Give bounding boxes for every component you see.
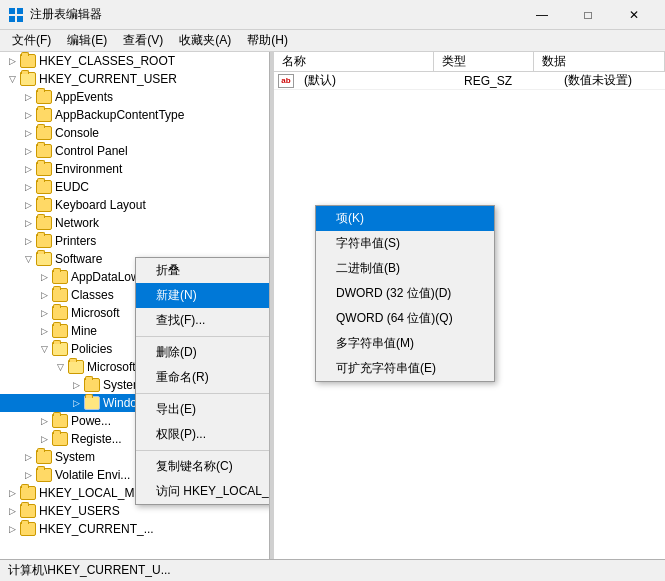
- tree-label-environment: Environment: [55, 162, 269, 176]
- expand-icon-syscerts[interactable]: ▷: [68, 377, 84, 393]
- expand-icon-appbackup[interactable]: ▷: [20, 107, 36, 123]
- title-bar: 注册表编辑器 — □ ✕: [0, 0, 665, 30]
- tree-item-environment[interactable]: ▷ Environment: [0, 160, 269, 178]
- ctx-item-new[interactable]: 新建(N) ▶: [136, 283, 270, 308]
- tree-label-appevents: AppEvents: [55, 90, 269, 104]
- menu-view[interactable]: 查看(V): [115, 30, 171, 51]
- tree-label-hkcu: HKEY_CURRENT_USER: [39, 72, 269, 86]
- tree-label-controlpanel: Control Panel: [55, 144, 269, 158]
- ctx-item-rename[interactable]: 重命名(R): [136, 365, 270, 390]
- ctx-item-export[interactable]: 导出(E): [136, 397, 270, 422]
- folder-icon-volatile: [36, 468, 52, 482]
- ctx-label-new: 新建(N): [156, 287, 197, 304]
- tree-label-hkcc: HKEY_CURRENT_...: [39, 522, 269, 536]
- expand-icon-software[interactable]: ▽: [20, 251, 36, 267]
- expand-icon-console[interactable]: ▷: [20, 125, 36, 141]
- table-row[interactable]: ab (默认) REG_SZ (数值未设置): [274, 72, 665, 90]
- expand-icon-mine[interactable]: ▷: [36, 323, 52, 339]
- tree-item-appbackup[interactable]: ▷ AppBackupContentType: [0, 106, 269, 124]
- folder-icon-hklm: [20, 486, 36, 500]
- folder-icon-appdatalow: [52, 270, 68, 284]
- ctx-item-find[interactable]: 查找(F)...: [136, 308, 270, 333]
- expand-icon-keyboard[interactable]: ▷: [20, 197, 36, 213]
- menu-file[interactable]: 文件(F): [4, 30, 59, 51]
- ctx-item-delete[interactable]: 删除(D): [136, 340, 270, 365]
- tree-item-appevents[interactable]: ▷ AppEvents: [0, 88, 269, 106]
- expand-icon-hkcc[interactable]: ▷: [4, 521, 20, 537]
- menu-favorites[interactable]: 收藏夹(A): [171, 30, 239, 51]
- expand-icon-appdatalow[interactable]: ▷: [36, 269, 52, 285]
- expand-icon-appevents[interactable]: ▷: [20, 89, 36, 105]
- reg-cell-data: (数值未设置): [556, 72, 665, 89]
- expand-icon-windows[interactable]: ▷: [68, 395, 84, 411]
- folder-icon-keyboard: [36, 198, 52, 212]
- expand-icon-volatile[interactable]: ▷: [20, 467, 36, 483]
- tree-item-controlpanel[interactable]: ▷ Control Panel: [0, 142, 269, 160]
- ctx-item-collapse[interactable]: 折叠: [136, 258, 270, 283]
- tree-item-eudc[interactable]: ▷ EUDC: [0, 178, 269, 196]
- folder-icon-power: [52, 414, 68, 428]
- tree-label-appbackup: AppBackupContentType: [55, 108, 269, 122]
- tree-item-network[interactable]: ▷ Network: [0, 214, 269, 232]
- submenu-item-binval[interactable]: 二进制值(B): [316, 256, 494, 281]
- folder-icon-software: [36, 252, 52, 266]
- expand-icon-power[interactable]: ▷: [36, 413, 52, 429]
- submenu-item-qword[interactable]: QWORD (64 位值)(Q): [316, 306, 494, 331]
- submenu-item-dword[interactable]: DWORD (32 位值)(D): [316, 281, 494, 306]
- expand-icon-eudc[interactable]: ▷: [20, 179, 36, 195]
- expand-icon-policies[interactable]: ▽: [36, 341, 52, 357]
- ctx-item-jump[interactable]: 访问 HKEY_LOCAL_MACHINE(T): [136, 479, 270, 504]
- expand-icon-network[interactable]: ▷: [20, 215, 36, 231]
- svg-rect-0: [9, 8, 15, 14]
- ctx-item-copyname[interactable]: 复制键名称(C): [136, 454, 270, 479]
- ctx-item-perms[interactable]: 权限(P)...: [136, 422, 270, 447]
- col-header-data: 数据: [534, 52, 665, 71]
- tree-item-console[interactable]: ▷ Console: [0, 124, 269, 142]
- minimize-button[interactable]: —: [519, 0, 565, 30]
- menu-help[interactable]: 帮助(H): [239, 30, 296, 51]
- folder-icon-console: [36, 126, 52, 140]
- tree-label-printers: Printers: [55, 234, 269, 248]
- folder-icon-hkcu: [20, 72, 36, 86]
- close-button[interactable]: ✕: [611, 0, 657, 30]
- expand-icon-system[interactable]: ▷: [20, 449, 36, 465]
- menu-edit[interactable]: 编辑(E): [59, 30, 115, 51]
- folder-icon-microsoft-sw: [52, 306, 68, 320]
- expand-icon-hku[interactable]: ▷: [4, 503, 20, 519]
- tree-item-hkcu[interactable]: ▽ HKEY_CURRENT_USER: [0, 70, 269, 88]
- reg-cell-name: (默认): [296, 72, 456, 89]
- expand-icon-microsoft-sw[interactable]: ▷: [36, 305, 52, 321]
- folder-icon-policies: [52, 342, 68, 356]
- svg-rect-1: [17, 8, 23, 14]
- expand-icon-hkcu[interactable]: ▽: [4, 71, 20, 87]
- submenu-item-key[interactable]: 项(K): [316, 206, 494, 231]
- folder-icon-appevents: [36, 90, 52, 104]
- tree-panel: ▷ HKEY_CLASSES_ROOT ▽ HKEY_CURRENT_USER …: [0, 52, 270, 559]
- status-bar: 计算机\HKEY_CURRENT_U...: [0, 559, 665, 581]
- expand-icon-pol-microsoft[interactable]: ▽: [52, 359, 68, 375]
- maximize-button[interactable]: □: [565, 0, 611, 30]
- expand-icon-controlpanel[interactable]: ▷: [20, 143, 36, 159]
- folder-icon-environment: [36, 162, 52, 176]
- expand-icon-hkcr[interactable]: ▷: [4, 53, 20, 69]
- submenu-item-strval[interactable]: 字符串值(S): [316, 231, 494, 256]
- window-controls[interactable]: — □ ✕: [519, 0, 657, 30]
- submenu-item-expandstr[interactable]: 可扩充字符串值(E): [316, 356, 494, 381]
- expand-icon-classes[interactable]: ▷: [36, 287, 52, 303]
- expand-icon-printers[interactable]: ▷: [20, 233, 36, 249]
- tree-item-printers[interactable]: ▷ Printers: [0, 232, 269, 250]
- window-title: 注册表编辑器: [30, 6, 102, 23]
- expand-icon-register[interactable]: ▷: [36, 431, 52, 447]
- expand-icon-hklm[interactable]: ▷: [4, 485, 20, 501]
- tree-item-hkcc[interactable]: ▷ HKEY_CURRENT_...: [0, 520, 269, 538]
- expand-icon-environment[interactable]: ▷: [20, 161, 36, 177]
- col-header-name: 名称: [274, 52, 434, 71]
- submenu-item-multistr[interactable]: 多字符串值(M): [316, 331, 494, 356]
- tree-item-keyboard[interactable]: ▷ Keyboard Layout: [0, 196, 269, 214]
- reg-cell-type: REG_SZ: [456, 74, 556, 88]
- folder-icon-network: [36, 216, 52, 230]
- submenu: 项(K) 字符串值(S) 二进制值(B) DWORD (32 位值)(D) QW…: [315, 205, 495, 382]
- tree-item-hkcr[interactable]: ▷ HKEY_CLASSES_ROOT: [0, 52, 269, 70]
- tree-label-eudc: EUDC: [55, 180, 269, 194]
- tree-label-console: Console: [55, 126, 269, 140]
